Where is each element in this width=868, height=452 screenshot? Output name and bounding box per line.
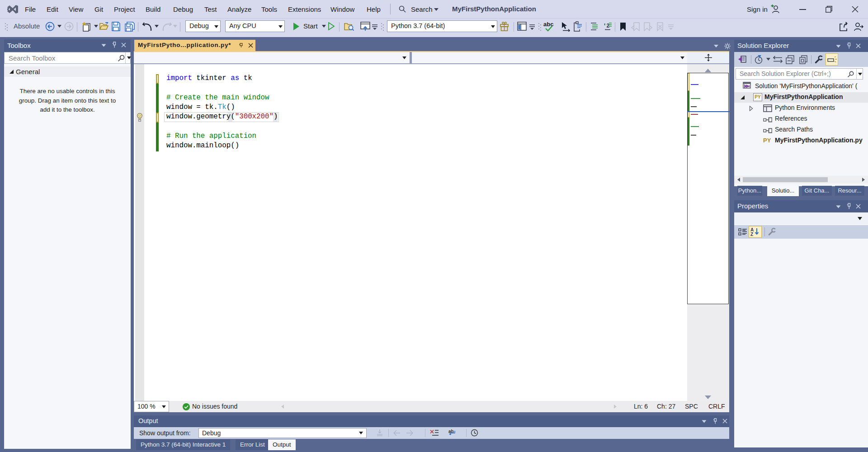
svg-text:Z: Z: [750, 232, 753, 236]
svg-text:'2: '2: [603, 23, 609, 29]
